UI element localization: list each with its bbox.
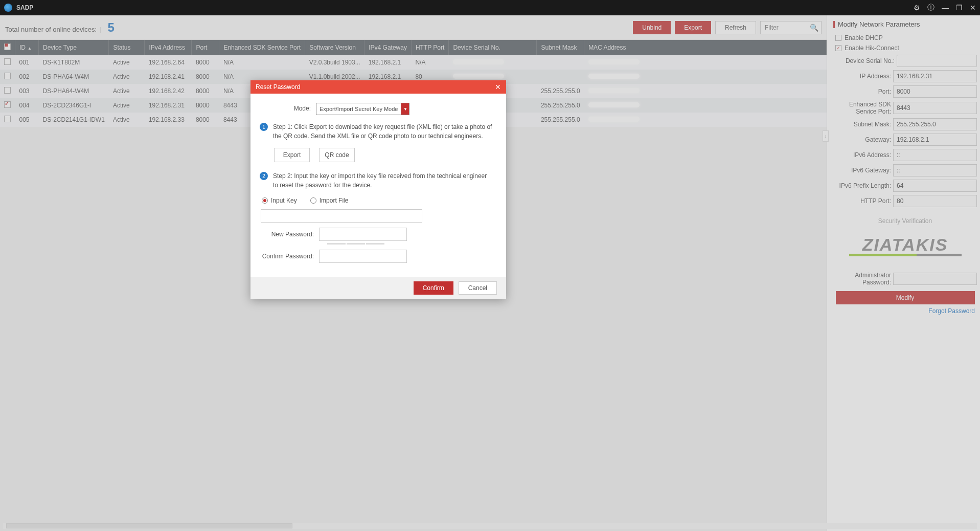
input-key-radio[interactable] bbox=[262, 197, 268, 204]
import-file-label: Import File bbox=[320, 197, 349, 204]
mode-value: Export/Import Secret Key Mode bbox=[316, 106, 401, 112]
app-logo-icon bbox=[4, 4, 12, 12]
input-key-label: Input Key bbox=[271, 197, 297, 204]
step-1-text: Step 1: Click Export to download the key… bbox=[273, 122, 493, 141]
close-window-icon[interactable]: ✕ bbox=[970, 4, 976, 12]
dialog-title: Reset Password bbox=[256, 83, 300, 91]
mode-select[interactable]: Export/Import Secret Key Mode ▼ bbox=[316, 103, 409, 115]
titlebar: SADP ⚙ ⓘ — ❐ ✕ bbox=[0, 0, 980, 15]
new-pw-input[interactable] bbox=[319, 228, 407, 241]
step-2-text: Step 2: Input the key or import the key … bbox=[273, 171, 493, 190]
key-input[interactable] bbox=[261, 209, 422, 223]
reset-password-dialog: Reset Password ✕ Mode: Export/Import Sec… bbox=[250, 80, 506, 299]
mode-label: Mode: bbox=[260, 103, 311, 112]
dropdown-arrow-icon[interactable]: ▼ bbox=[401, 103, 409, 115]
export-key-button[interactable]: Export bbox=[274, 148, 310, 162]
new-pw-label: New Password: bbox=[260, 231, 314, 238]
dialog-close-icon[interactable]: ✕ bbox=[495, 83, 501, 91]
import-file-radio[interactable] bbox=[310, 197, 316, 204]
settings-icon[interactable]: ⚙ bbox=[914, 4, 920, 12]
minimize-icon[interactable]: — bbox=[942, 4, 949, 12]
confirm-pw-input[interactable] bbox=[319, 250, 407, 263]
app-title: SADP bbox=[16, 4, 33, 11]
cancel-button[interactable]: Cancel bbox=[459, 281, 497, 295]
step-2-badge: 2 bbox=[260, 172, 268, 180]
info-icon[interactable]: ⓘ bbox=[927, 3, 935, 12]
step-1-badge: 1 bbox=[260, 123, 268, 131]
qr-code-button[interactable]: QR code bbox=[319, 148, 355, 162]
maximize-icon[interactable]: ❐ bbox=[956, 4, 963, 12]
password-strength-meter bbox=[327, 243, 493, 245]
confirm-button[interactable]: Confirm bbox=[414, 281, 453, 295]
confirm-pw-label: Confirm Password: bbox=[260, 253, 314, 260]
